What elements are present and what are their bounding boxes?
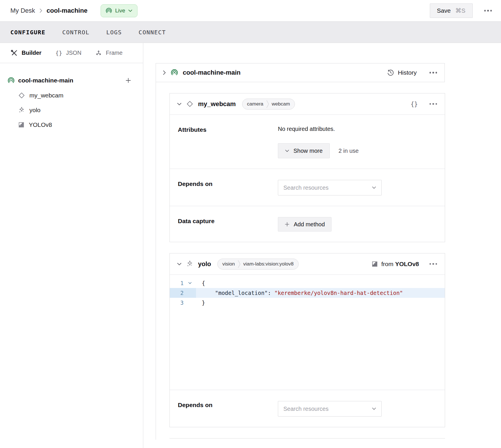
- tab-connect[interactable]: CONNECT: [139, 27, 166, 38]
- camera-component-icon: [18, 92, 25, 99]
- tree-machine-label: cool-machine-main: [18, 77, 73, 84]
- history-clock-icon: [387, 69, 394, 76]
- mode-json[interactable]: {} JSON: [55, 50, 81, 57]
- code-indent: [202, 290, 215, 296]
- chevron-down-icon: [372, 407, 376, 410]
- tree-item-yolo[interactable]: yolo: [0, 103, 143, 117]
- chevron-down-icon: [372, 186, 376, 189]
- chevron-down-icon: [177, 103, 182, 106]
- collapse-my-webcam-chevron[interactable]: [177, 103, 182, 106]
- ml-sparkles-icon: [18, 107, 25, 114]
- show-more-label: Show more: [293, 148, 323, 154]
- mode-builder-label: Builder: [22, 50, 42, 56]
- from-label: from: [381, 261, 393, 267]
- machine-main-panel-header: cool-machine-main History: [156, 63, 445, 82]
- topbar-more-menu-button[interactable]: [484, 8, 493, 13]
- config-sidebar: Builder {} JSON Frame: [0, 43, 143, 448]
- depends-on-placeholder: Search resources: [283, 185, 329, 191]
- yolo-type-chip: vision viam-labs:vision:yolov8: [217, 259, 298, 270]
- data-capture-label: Data capture: [178, 217, 278, 231]
- code-colon: :: [268, 290, 274, 296]
- code-line-2-highlighted: 2 "model_location": "keremberke/yolov8n-…: [170, 288, 445, 298]
- tree-item-yolov8-module[interactable]: YOLOv8: [0, 117, 143, 132]
- tree-item-my-webcam[interactable]: my_webcam: [0, 88, 143, 103]
- chevron-down-icon: [285, 150, 289, 152]
- breadcrumb-current-machine: cool-machine: [47, 7, 88, 14]
- attributes-label: Attributes: [178, 126, 278, 158]
- code-line-3: 3 }: [170, 298, 445, 308]
- depends-on-section: Depends on Search resources: [170, 169, 445, 206]
- chevron-right-icon: [39, 8, 42, 13]
- depends-on-placeholder: Search resources: [283, 406, 329, 412]
- history-label: History: [398, 69, 417, 76]
- fold-toggle-icon[interactable]: [188, 282, 192, 284]
- plus-icon: [125, 77, 131, 84]
- tree-item-label: yolo: [29, 107, 41, 114]
- breadcrumb: My Desk cool-machine: [10, 7, 87, 14]
- module-icon: [372, 261, 378, 267]
- braces-icon: {}: [55, 50, 62, 57]
- next-card-top-edge: [169, 438, 445, 439]
- yolo-more-menu-button[interactable]: [429, 261, 438, 267]
- add-method-label: Add method: [294, 221, 325, 228]
- from-module-name: YOLOv8: [395, 261, 419, 267]
- resource-tree: cool-machine-main my_webcam yolo: [0, 63, 143, 132]
- builder-tools-icon: [10, 49, 18, 57]
- module-icon: [18, 122, 25, 128]
- live-label: Live: [115, 7, 125, 14]
- chip-type-label: vision: [218, 261, 238, 267]
- my-webcam-more-menu-button[interactable]: [429, 101, 438, 107]
- collapse-yolo-chevron[interactable]: [177, 263, 182, 266]
- component-card-my-webcam: my_webcam camera webcam {} Attributes No…: [169, 93, 445, 242]
- from-module-link[interactable]: from YOLOv8: [372, 261, 419, 268]
- data-capture-section: Data capture Add method: [170, 206, 445, 242]
- tree-item-label: YOLOv8: [29, 121, 52, 128]
- plus-icon: [285, 222, 290, 227]
- tab-logs[interactable]: LOGS: [106, 27, 122, 38]
- mode-builder[interactable]: Builder: [10, 49, 42, 57]
- save-label: Save: [437, 7, 451, 14]
- breadcrumb-parent-link[interactable]: My Desk: [10, 7, 35, 14]
- attributes-in-use-count: 2 in use: [338, 148, 359, 154]
- my-webcam-card-header: my_webcam camera webcam {}: [170, 93, 445, 115]
- add-component-button[interactable]: [125, 77, 131, 84]
- live-status-dropdown[interactable]: Live: [101, 4, 138, 17]
- yolo-depends-on-section: Depends on Search resources: [170, 390, 445, 427]
- tab-control[interactable]: CONTROL: [62, 27, 90, 38]
- mode-frame-label: Frame: [106, 50, 123, 56]
- history-button[interactable]: History: [387, 69, 417, 76]
- attributes-json-editor[interactable]: 1 { 2: [170, 275, 445, 390]
- tab-configure[interactable]: CONFIGURE: [10, 27, 46, 38]
- chip-divider-icon: [266, 100, 269, 108]
- depends-on-label: Depends on: [178, 401, 278, 417]
- attributes-empty-text: No required attributes.: [278, 126, 437, 132]
- edit-json-braces-button[interactable]: {}: [409, 99, 419, 109]
- tree-item-label: my_webcam: [29, 92, 63, 99]
- frame-axes-icon: [95, 50, 102, 57]
- show-more-button[interactable]: Show more: [278, 143, 330, 158]
- code-json-string-value: "keremberke/yolov8n-hard-hat-detection": [274, 290, 403, 296]
- chevron-down-icon: [177, 263, 182, 266]
- depends-on-select[interactable]: Search resources: [278, 180, 382, 195]
- mode-frame[interactable]: Frame: [95, 50, 123, 57]
- main-nav-tabs: CONFIGURE CONTROL LOGS CONNECT: [0, 22, 501, 43]
- service-card-yolo: yolo vision viam-labs:vision:yolov8 fro: [169, 253, 445, 427]
- save-shortcut: ⌘S: [455, 7, 465, 14]
- yolo-card-header: yolo vision viam-labs:vision:yolov8 fro: [170, 253, 445, 275]
- machine-more-menu-button[interactable]: [429, 70, 438, 75]
- expand-machine-chevron[interactable]: [163, 70, 166, 75]
- machine-part-icon: [106, 8, 112, 14]
- yolo-depends-on-select[interactable]: Search resources: [278, 401, 382, 417]
- tree-item-machine-main[interactable]: cool-machine-main: [0, 73, 143, 88]
- line-number: 1: [170, 278, 184, 288]
- chip-divider-icon: [238, 260, 240, 268]
- attributes-section: Attributes No required attributes. Show …: [170, 115, 445, 169]
- depends-on-label: Depends on: [178, 180, 278, 195]
- add-method-button[interactable]: Add method: [278, 217, 332, 231]
- config-main-area: cool-machine-main History: [143, 43, 501, 448]
- chip-model-label: viam-labs:vision:yolov8: [240, 261, 298, 267]
- chip-type-label: camera: [242, 101, 266, 107]
- ml-sparkles-icon: [186, 260, 193, 268]
- code-token: }: [202, 300, 205, 306]
- save-button[interactable]: Save ⌘S: [430, 3, 473, 18]
